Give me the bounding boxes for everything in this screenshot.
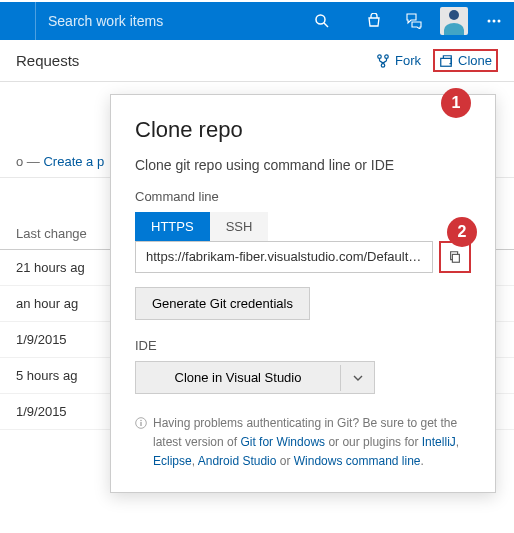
feedback-icon[interactable] [394,1,434,41]
tab-ssh[interactable]: SSH [210,212,269,241]
callout-2: 2 [447,217,477,247]
topbar [0,0,514,40]
callout-1: 1 [441,88,471,118]
svg-rect-9 [452,254,459,262]
tab-https[interactable]: HTTPS [135,212,210,241]
help-text: Having problems authenticating in Git? B… [135,414,471,472]
generate-credentials-button[interactable]: Generate Git credentials [135,287,310,320]
svg-point-2 [488,20,491,23]
page-title: Requests [16,52,79,69]
shop-icon[interactable] [354,1,394,41]
ide-dropdown-button[interactable] [340,365,374,391]
search-input[interactable] [48,13,302,29]
svg-point-7 [381,63,385,67]
breadcrumb-prefix: o — [16,154,40,169]
breadcrumb-link[interactable]: Create a p [43,154,104,169]
clone-url-input[interactable]: https://fabrikam-fiber.visualstudio.com/… [135,241,433,273]
svg-point-0 [316,15,325,24]
link-intellij[interactable]: IntelliJ [422,435,456,449]
fork-icon [376,54,390,68]
svg-point-3 [493,20,496,23]
list-header-label: Last change [16,226,87,241]
svg-rect-12 [140,422,141,426]
svg-rect-8 [441,58,452,66]
link-eclipse[interactable]: Eclipse [153,454,192,468]
clone-flyout: Clone repo Clone git repo using command … [110,94,496,493]
link-windows-cmd[interactable]: Windows command line [294,454,421,468]
ide-button-group: Clone in Visual Studio [135,361,375,394]
fork-label: Fork [395,53,421,68]
search-wrap [36,2,354,40]
svg-point-11 [140,420,142,422]
url-row: https://fabrikam-fiber.visualstudio.com/… [135,241,471,273]
info-icon [135,416,147,472]
copy-button[interactable] [444,246,466,268]
flyout-title: Clone repo [135,117,471,143]
fork-button[interactable]: Fork [370,49,427,72]
topbar-left-divider [0,2,36,40]
chevron-down-icon [353,373,363,383]
more-icon[interactable] [474,1,514,41]
svg-point-6 [385,54,389,58]
clone-in-vs-button[interactable]: Clone in Visual Studio [136,362,340,393]
ide-label: IDE [135,338,471,353]
copy-icon [448,250,462,264]
flyout-desc: Clone git repo using command line or IDE [135,157,471,173]
cmdline-label: Command line [135,189,471,204]
svg-point-4 [498,20,501,23]
link-git-windows[interactable]: Git for Windows [240,435,325,449]
subbar-actions: Fork Clone [370,49,498,72]
svg-point-5 [378,54,382,58]
link-android-studio[interactable]: Android Studio [198,454,277,468]
clone-icon [439,54,453,68]
search-icon[interactable] [302,1,342,41]
svg-line-1 [324,23,328,27]
clone-label: Clone [458,53,492,68]
avatar[interactable] [434,1,474,41]
clone-button[interactable]: Clone [433,49,498,72]
protocol-tabs: HTTPS SSH [135,212,471,241]
subbar: Requests Fork Clone [0,40,514,82]
